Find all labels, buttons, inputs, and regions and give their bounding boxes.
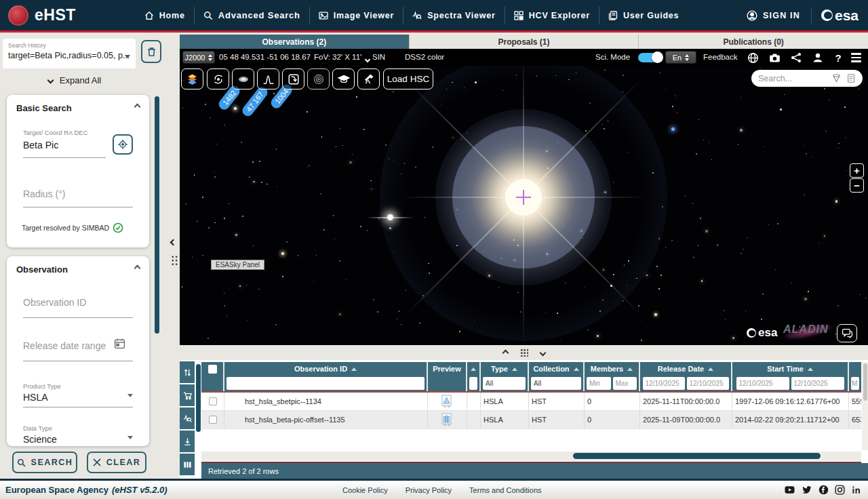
select-all-checkbox[interactable] <box>208 365 217 374</box>
education-button[interactable] <box>332 68 355 89</box>
frame-select[interactable]: J2000 <box>182 51 215 64</box>
nav-item-hcv-explorer[interactable]: HCV Explorer <box>505 11 599 20</box>
tab-proposals[interactable]: Proposals (1) <box>409 35 639 49</box>
cell-observation-id[interactable]: hst_hsla_sbetpic--1134 <box>224 393 428 410</box>
filter-members-min[interactable] <box>587 377 611 390</box>
data-type-select[interactable]: Science <box>23 434 57 445</box>
cell-preview[interactable] <box>428 393 467 410</box>
survey-name[interactable]: DSS2 color <box>405 53 444 61</box>
table-scrollbar-right-track[interactable] <box>862 362 868 450</box>
clear-button[interactable]: CLEAR <box>87 452 146 473</box>
camera-icon[interactable] <box>768 52 781 64</box>
globe-icon[interactable] <box>747 52 759 64</box>
search-button[interactable]: SEARCH <box>12 452 77 473</box>
sort-icon[interactable] <box>471 367 476 371</box>
cell-observation-id[interactable]: hst_hsla_beta-pic-offset--1135 <box>224 411 428 428</box>
tab-publications[interactable]: Publications (0) <box>638 35 868 49</box>
sky-search-input[interactable] <box>758 74 827 83</box>
nav-item-spectra-viewer[interactable]: Spectra Viewer <box>403 11 505 20</box>
col-observation-id[interactable]: Observation ID <box>224 362 428 376</box>
linkedin-icon[interactable] <box>851 485 861 495</box>
menu-icon[interactable] <box>850 52 862 64</box>
expand-rows-button[interactable] <box>180 361 195 383</box>
instagram-icon[interactable] <box>835 485 845 495</box>
import-region-button[interactable] <box>282 68 304 89</box>
table-scrollbar-horizontal-track[interactable] <box>201 452 861 461</box>
row-checkbox[interactable] <box>209 397 217 405</box>
observatory-button[interactable] <box>357 68 380 89</box>
nav-item-image-viewer[interactable]: Image Viewer <box>310 11 403 20</box>
feedback-link[interactable]: Feedback <box>703 53 738 61</box>
sort-icon[interactable] <box>627 367 633 371</box>
youtube-icon[interactable] <box>784 485 795 495</box>
filter-hidden[interactable] <box>469 377 477 390</box>
download-cart-button[interactable] <box>180 384 195 406</box>
filter-collection[interactable] <box>531 377 581 390</box>
calendar-icon[interactable] <box>114 338 125 349</box>
target-list-icon[interactable] <box>846 73 856 83</box>
filter-cut[interactable] <box>851 377 859 390</box>
search-history-dropdown[interactable]: Search History target=Beta Pic,radius=0.… <box>3 39 136 68</box>
sci-mode-toggle[interactable] <box>638 53 662 62</box>
target-input[interactable]: Beta Pic <box>23 140 58 151</box>
sort-icon[interactable] <box>708 367 713 371</box>
help-icon[interactable]: ? <box>832 52 844 64</box>
observation-id-input[interactable]: Observation ID <box>23 297 86 308</box>
share-icon[interactable] <box>790 52 802 64</box>
facebook-icon[interactable] <box>818 485 829 495</box>
layers-button[interactable] <box>181 68 203 89</box>
drag-handle-icon[interactable] <box>520 348 528 357</box>
sky-view[interactable]: J2000 05 48 49.531 -51 06 18.67 FoV: 32'… <box>180 49 868 345</box>
collapse-panel-icon[interactable] <box>134 265 141 272</box>
drag-handle-icon[interactable] <box>171 255 178 266</box>
nav-item-home[interactable]: Home <box>136 11 194 20</box>
feedback-chat-button[interactable] <box>837 324 857 342</box>
spiral-galaxy-button[interactable] <box>207 68 229 89</box>
privacy-policy-link[interactable]: Privacy Policy <box>406 486 452 494</box>
table-row[interactable]: hst_hsla_beta-pic-offset--1135 HSLA HST … <box>201 411 861 429</box>
sort-icon[interactable] <box>808 367 813 371</box>
collapse-panel-icon[interactable] <box>134 104 141 111</box>
zoom-in-button[interactable]: + <box>850 163 864 178</box>
col-type[interactable]: Type <box>481 362 529 376</box>
col-members[interactable]: Members <box>585 362 640 376</box>
table-scrollbar-right[interactable] <box>863 363 867 401</box>
chevron-up-icon[interactable] <box>502 349 509 356</box>
spectra-search-button[interactable] <box>180 407 195 429</box>
load-hsc-button[interactable]: Load HSC <box>383 68 433 89</box>
download-button[interactable] <box>180 431 195 452</box>
concentric-circles-button[interactable] <box>307 68 330 89</box>
cookie-policy-link[interactable]: Cookie Policy <box>342 486 388 494</box>
table-row[interactable]: hst_hsla_sbetpic--1134 HSLA HST 0 2025-1… <box>201 393 861 411</box>
product-type-select[interactable]: HSLA <box>23 392 48 403</box>
nav-item-user-guides[interactable]: User Guides <box>599 11 688 20</box>
sort-icon[interactable] <box>512 367 517 371</box>
sign-in-button[interactable]: SIGN IN <box>747 10 811 21</box>
language-select[interactable]: En <box>665 51 696 64</box>
delete-history-button[interactable] <box>141 40 161 63</box>
columns-button[interactable] <box>180 454 195 475</box>
sort-icon[interactable] <box>351 367 357 371</box>
filter-members-max[interactable] <box>613 377 637 390</box>
target-resolve-button[interactable] <box>113 134 133 155</box>
twitter-icon[interactable] <box>802 485 812 495</box>
terms-link[interactable]: Terms and Conditions <box>469 486 541 494</box>
tab-observations[interactable]: Observations (2) <box>180 35 409 49</box>
filter-release-from[interactable] <box>643 377 685 390</box>
filter-start-to[interactable] <box>791 377 844 390</box>
col-start-time[interactable]: Start Time <box>732 362 849 376</box>
panel-splitter[interactable] <box>180 345 868 360</box>
brand[interactable]: eHST <box>8 5 76 26</box>
cone-search-icon[interactable] <box>831 73 842 83</box>
histogram-button[interactable] <box>257 68 279 89</box>
elliptical-galaxy-button[interactable] <box>232 68 254 89</box>
zoom-out-button[interactable]: − <box>850 178 864 193</box>
cell-preview[interactable] <box>428 411 467 428</box>
sort-icon[interactable] <box>574 367 579 371</box>
filter-release-to[interactable] <box>687 377 729 390</box>
projection-select[interactable]: SIN <box>372 53 385 61</box>
esa-logo[interactable]: esa <box>811 7 859 24</box>
release-date-range-input[interactable]: Release date range <box>23 340 106 351</box>
collapse-sidebar-icon[interactable] <box>170 239 177 246</box>
chevron-down-icon[interactable] <box>539 349 546 356</box>
